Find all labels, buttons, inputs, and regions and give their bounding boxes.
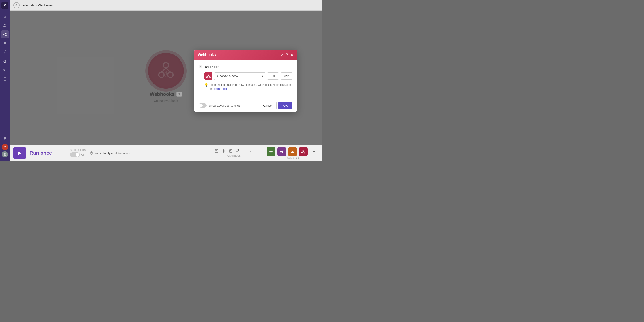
advanced-settings-toggle[interactable] (198, 103, 206, 108)
sidebar-item-link[interactable] (1, 48, 9, 56)
svg-line-6 (4, 35, 6, 35)
svg-point-2 (6, 33, 6, 34)
controls-magic-icon[interactable] (236, 149, 240, 154)
tools-asterisk-button[interactable] (277, 147, 286, 156)
user-avatar[interactable] (2, 151, 8, 158)
advanced-settings-label: Show advanced settings (209, 104, 240, 107)
hook-select-placeholder: Choose a hook (214, 73, 259, 80)
svg-point-21 (209, 77, 210, 78)
svg-point-20 (206, 77, 208, 78)
hook-selector-row: Choose a hook ▾ Edit Add (204, 72, 292, 80)
dialog-close-icon[interactable]: ✕ (290, 53, 294, 57)
hook-select-wrapper[interactable]: Choose a hook ▾ (214, 72, 265, 80)
scheduling-toggle[interactable] (70, 152, 80, 157)
svg-line-5 (4, 33, 6, 34)
svg-line-22 (207, 75, 208, 77)
svg-point-19 (208, 74, 209, 75)
content-area: Webhooks 1 Custom webhook Webhooks ⋮ ⤢ ?… (10, 11, 322, 145)
scheduling-toggle-row: OFF (70, 152, 86, 157)
svg-point-34 (270, 151, 272, 152)
controls-notes-icon[interactable] (229, 149, 233, 154)
svg-point-4 (6, 35, 6, 36)
dialog-title: Webhooks (198, 53, 216, 57)
svg-point-3 (3, 34, 4, 35)
page-header: Integration Webhooks (10, 0, 322, 11)
dialog-header-actions: ⋮ ⤢ ? ✕ (274, 53, 294, 57)
svg-line-45 (303, 151, 304, 152)
footer-actions: Cancel OK (259, 102, 292, 109)
webhook-enable-row: ✓ Webhook (198, 65, 292, 69)
schedule-info: Immediately as data arrives. (90, 151, 131, 155)
svg-line-23 (208, 75, 210, 77)
svg-point-43 (304, 152, 305, 153)
main-content: Integration Webhooks (10, 0, 322, 161)
svg-point-12 (5, 80, 5, 80)
svg-point-41 (303, 150, 304, 151)
dialog-footer: Show advanced settings Cancel OK (194, 99, 297, 112)
svg-point-33 (239, 152, 239, 152)
add-hook-button[interactable]: Add (281, 72, 292, 80)
svg-line-44 (302, 151, 303, 152)
bell-icon[interactable] (1, 134, 9, 142)
svg-point-0 (4, 24, 5, 25)
run-once-button[interactable]: ▶ (14, 147, 26, 159)
advanced-settings-row: Show advanced settings (198, 103, 240, 108)
schedule-text: Immediately as data arrives. (94, 152, 131, 155)
svg-point-28 (223, 150, 224, 152)
scheduling-label: SCHEDULING (70, 149, 86, 152)
hook-select-arrow: ▾ (260, 73, 265, 79)
hook-service-icon (204, 72, 212, 80)
sidebar-item-home[interactable]: ⌂ (1, 12, 9, 20)
sidebar: M ⌂ (0, 0, 10, 161)
controls-flow-icon[interactable] (243, 149, 247, 154)
cancel-button[interactable]: Cancel (259, 102, 276, 109)
ok-button[interactable]: OK (278, 102, 293, 109)
dialog-help-icon[interactable]: ? (286, 53, 288, 57)
svg-rect-27 (215, 151, 218, 152)
modal-overlay: Webhooks ⋮ ⤢ ? ✕ ✓ Webhook (10, 11, 322, 145)
sidebar-item-share[interactable] (1, 30, 9, 38)
svg-point-42 (302, 152, 303, 153)
tools-icons: {1} + (266, 147, 318, 156)
webhook-section-label: Webhook (204, 65, 219, 69)
scheduling-section: SCHEDULING OFF (70, 149, 86, 157)
add-tool-button[interactable]: + (310, 147, 318, 156)
svg-rect-26 (216, 149, 217, 151)
tools-router-button[interactable]: {1} (288, 147, 297, 156)
controls-save-icon[interactable] (214, 149, 218, 154)
svg-point-1 (5, 24, 6, 25)
dialog-header: Webhooks ⋮ ⤢ ? ✕ (194, 50, 297, 60)
webhook-checkbox[interactable]: ✓ (198, 65, 202, 68)
info-text: For more information on how to create a … (210, 83, 292, 91)
dialog-more-icon[interactable]: ⋮ (274, 53, 278, 57)
toggle-off-label: OFF (81, 154, 86, 156)
dialog-expand-icon[interactable]: ⤢ (280, 53, 283, 57)
page-title: Integration Webhooks (22, 3, 53, 7)
app-logo[interactable]: M (1, 2, 8, 9)
dialog-body: ✓ Webhook (194, 60, 297, 99)
info-icon: 💡 (204, 83, 208, 87)
controls-more-icon[interactable]: ··· (250, 150, 254, 154)
svg-text:{1}: {1} (292, 151, 294, 153)
sidebar-item-globe[interactable] (1, 57, 9, 65)
run-once-label: Run once (30, 150, 52, 156)
controls-settings-icon[interactable] (222, 149, 226, 154)
tools-section: {1} + FAVORITES (266, 147, 318, 159)
sidebar-item-more[interactable]: ··· (1, 84, 9, 92)
question-badge[interactable]: ? (2, 144, 8, 150)
bottom-bar: ▶ Run once SCHEDULING OFF Immediately as… (10, 145, 322, 161)
tools-gear-button[interactable] (266, 147, 276, 156)
sidebar-item-puzzle[interactable] (1, 39, 9, 47)
controls-label: CONTROLS (228, 155, 241, 157)
online-help-link[interactable]: online Help. (214, 87, 228, 90)
sidebar-item-users[interactable] (1, 21, 9, 29)
svg-point-13 (4, 153, 6, 155)
tools-webhook-button[interactable] (299, 147, 308, 156)
svg-rect-29 (230, 150, 232, 152)
edit-hook-button[interactable]: Edit (267, 72, 279, 80)
sidebar-item-key[interactable] (1, 66, 9, 74)
sidebar-bottom: ? (1, 134, 9, 159)
sidebar-item-phone[interactable] (1, 75, 9, 83)
controls-section: ··· CONTROLS (214, 149, 254, 157)
back-button[interactable] (14, 2, 20, 8)
